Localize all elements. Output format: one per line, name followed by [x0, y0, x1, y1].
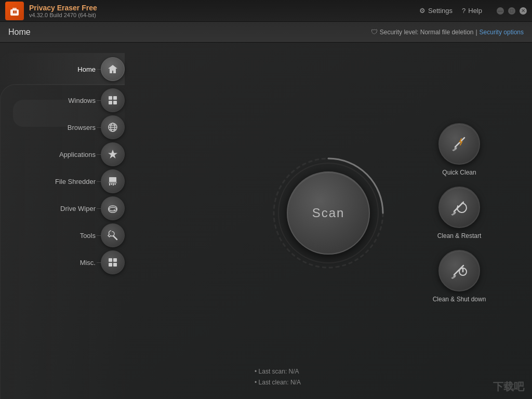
sidebar-item-tools[interactable]: Tools: [0, 223, 125, 247]
separator: |: [475, 29, 477, 36]
svg-rect-26: [109, 258, 112, 262]
clean-restart-label: Clean & Restart: [437, 232, 482, 240]
sidebar-label-windows: Windows: [68, 97, 96, 104]
tools-icon: [101, 223, 125, 247]
app-logo: [5, 2, 24, 20]
svg-line-25: [113, 236, 117, 240]
sidebar-label-file-shredder: File Shredder: [55, 178, 96, 185]
svg-point-24: [114, 209, 115, 210]
sidebar-label-drive-wiper: Drive Wiper: [60, 205, 96, 212]
svg-rect-7: [109, 101, 112, 104]
sidebar-item-misc[interactable]: Misc.: [0, 250, 125, 274]
sidebar-label-browsers: Browsers: [68, 124, 96, 131]
quick-clean-label: Quick Clean: [442, 169, 476, 176]
security-level-text: Security level: Normal file deletion: [380, 29, 474, 36]
help-button[interactable]: ? Help: [462, 7, 482, 15]
sidebar: Home Windows Browsers: [0, 43, 125, 399]
svg-rect-29: [113, 263, 117, 267]
sidebar-label-misc: Misc.: [80, 259, 96, 267]
settings-button[interactable]: ⚙ Settings: [419, 7, 453, 15]
maximize-button[interactable]: □: [508, 7, 515, 15]
clean-restart-button[interactable]: [438, 187, 480, 228]
shield-icon: 🛡: [371, 28, 378, 36]
scan-label: Scan: [312, 206, 345, 220]
page-header: Home 🛡 Security level: Normal file delet…: [0, 22, 532, 43]
last-clean-label: Last clean:: [259, 379, 289, 386]
sidebar-item-drive-wiper[interactable]: Drive Wiper: [0, 196, 125, 220]
app-title: Privacy Eraser Free: [29, 4, 419, 12]
security-options-link[interactable]: Security options: [480, 29, 524, 36]
settings-label: Settings: [428, 7, 453, 15]
clean-shutdown-button[interactable]: [438, 250, 480, 291]
close-button[interactable]: ✕: [520, 7, 527, 15]
last-scan-status: Last scan: N/A: [255, 366, 301, 378]
svg-rect-14: [109, 177, 116, 182]
svg-rect-1: [12, 8, 17, 10]
clean-restart-container: Clean & Restart: [437, 187, 482, 240]
page-title: Home: [8, 28, 371, 37]
svg-rect-5: [109, 96, 112, 100]
sidebar-item-browsers[interactable]: Browsers: [0, 115, 125, 139]
applications-icon: [101, 142, 125, 166]
titlebar: Privacy Eraser Free v4.32.0 Build 2470 (…: [0, 0, 532, 22]
sidebar-item-applications[interactable]: Applications: [0, 142, 125, 166]
app-title-block: Privacy Eraser Free v4.32.0 Build 2470 (…: [29, 4, 419, 18]
sidebar-label-tools: Tools: [80, 232, 96, 240]
last-clean-status: Last clean: N/A: [255, 377, 301, 389]
status-bar: Last scan: N/A Last clean: N/A: [255, 366, 301, 389]
svg-rect-2: [13, 10, 14, 14]
app-version: v4.32.0 Build 2470 (64-bit): [29, 12, 419, 18]
sidebar-item-file-shredder[interactable]: File Shredder: [0, 169, 125, 193]
svg-rect-6: [113, 96, 117, 100]
quick-clean-button[interactable]: [438, 123, 480, 165]
scan-button[interactable]: Scan: [287, 171, 370, 255]
sidebar-item-home[interactable]: Home: [0, 53, 125, 85]
actions-panel: Quick Clean Clean & Restart: [413, 113, 516, 313]
main-content: Home Windows Browsers: [0, 43, 532, 399]
sidebar-item-windows[interactable]: Windows: [0, 88, 125, 112]
svg-rect-19: [109, 182, 117, 183]
titlebar-controls: ⚙ Settings ? Help — □ ✕: [419, 7, 527, 15]
svg-rect-8: [113, 101, 117, 104]
svg-rect-28: [109, 263, 112, 267]
help-label: Help: [468, 7, 482, 15]
clean-shutdown-container: Clean & Shut down: [433, 250, 486, 303]
last-scan-label: Last scan:: [259, 368, 287, 375]
last-clean-value: N/A: [290, 379, 301, 386]
quick-clean-container: Quick Clean: [438, 123, 480, 176]
minimize-button[interactable]: —: [497, 7, 504, 15]
clean-shutdown-label: Clean & Shut down: [433, 296, 486, 303]
watermark: 下载吧: [493, 380, 524, 394]
svg-rect-3: [15, 10, 16, 14]
window-controls: — □ ✕: [497, 7, 527, 15]
gear-icon: ⚙: [419, 7, 425, 15]
svg-rect-27: [113, 258, 117, 262]
shredder-icon: [101, 169, 125, 193]
misc-icon: [101, 250, 125, 274]
sidebar-label-applications: Applications: [59, 151, 96, 158]
scan-container: Scan: [287, 171, 370, 255]
question-icon: ?: [462, 7, 466, 15]
security-info: 🛡 Security level: Normal file deletion |…: [371, 28, 524, 36]
windows-icon: [101, 88, 125, 112]
sidebar-label-home: Home: [77, 65, 96, 73]
drive-icon: [101, 196, 125, 220]
globe-icon: [101, 115, 125, 139]
home-icon: [101, 57, 125, 81]
svg-rect-4: [16, 10, 17, 14]
last-scan-value: N/A: [289, 368, 299, 375]
